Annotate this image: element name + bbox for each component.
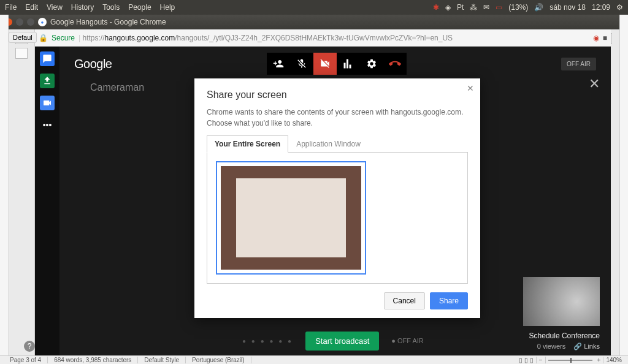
camera-icon[interactable]: ■ — [603, 34, 607, 42]
mute-mic-button[interactable] — [290, 53, 313, 75]
chat-icon[interactable] — [40, 51, 55, 66]
window-titlebar: ● Google Hangouts - Google Chrome — [0, 15, 628, 29]
menu-view[interactable]: View — [47, 3, 63, 12]
words-indicator: 684 words, 3,985 characters — [48, 357, 138, 363]
app-main: Google OFF AIR ✕ Cameraman ✕ Share your … — [59, 47, 611, 355]
chrome-icon: ● — [38, 18, 47, 26]
window-maximize-button[interactable] — [27, 18, 34, 26]
bluetooth-icon[interactable]: ⁂ — [470, 3, 477, 12]
zoom-level[interactable]: 140% — [603, 357, 624, 363]
zoom-out[interactable]: − — [537, 357, 546, 363]
dialog-tabs: Your Entire Screen Application Window — [207, 135, 468, 153]
writer-statusbar: Page 3 of 4 684 words, 3,985 characters … — [0, 355, 628, 364]
cameraman-label: Cameraman — [90, 82, 144, 93]
url-path: /hangouts/_/ytl/QJ3-Z24h_2FXQ6DS8tHMAEkT… — [175, 34, 453, 42]
cast-icon[interactable]: ◉ — [593, 34, 599, 42]
links-button[interactable]: 🔗 Links — [573, 343, 600, 351]
wifi-icon[interactable]: ◈ — [445, 3, 451, 12]
broadcast-info: Schedule Conference 0 viewers 🔗 Links — [529, 332, 600, 351]
writer-left-sidebar — [9, 29, 35, 355]
viewers-count: 0 viewers — [537, 343, 565, 350]
settings-gear-icon[interactable]: ⚙ — [616, 3, 623, 12]
url-domain: hangouts.google.com — [105, 34, 175, 42]
call-controls — [267, 53, 407, 75]
settings-button[interactable] — [360, 53, 383, 75]
date-text: sáb nov 18 — [550, 3, 586, 12]
lang-indicator[interactable]: Portuguese (Brazil) — [186, 357, 251, 363]
share-screen-dialog: ✕ Share your screen Chrome wants to shar… — [194, 78, 480, 318]
url-bar[interactable]: 🔒 Secure | https://hangouts.google.com/h… — [35, 29, 611, 47]
camera-control-icon[interactable] — [40, 96, 55, 110]
screen-thumbnail[interactable] — [216, 161, 366, 275]
lock-icon: 🔒 — [39, 34, 48, 42]
bug-icon[interactable]: ✱ — [433, 3, 439, 12]
url-prefix: https:// — [82, 34, 104, 42]
dots-indicator: ● ● ● ● ● ● — [242, 338, 293, 344]
menu-people[interactable]: People — [128, 3, 151, 12]
help-icon[interactable]: ? — [24, 341, 35, 352]
dialog-close-icon[interactable]: ✕ — [467, 83, 474, 93]
mail-icon[interactable]: ✉ — [483, 3, 489, 12]
cancel-button[interactable]: Cancel — [384, 292, 425, 309]
invite-button[interactable] — [267, 53, 290, 75]
page-indicator: Page 3 of 4 — [4, 357, 48, 363]
window-minimize-button[interactable] — [16, 18, 23, 26]
app-topbar: Google OFF AIR — [59, 47, 611, 81]
google-logo: Google — [74, 57, 112, 71]
window-title: Google Hangouts - Google Chrome — [50, 18, 166, 26]
menu-history[interactable]: History — [71, 3, 94, 12]
battery-icon[interactable]: ▭ — [496, 3, 502, 12]
zoom-in[interactable]: + — [595, 357, 604, 363]
camera-off-button[interactable] — [313, 53, 337, 75]
left-tab[interactable]: Defaul — [9, 32, 37, 43]
bandwidth-button[interactable] — [337, 53, 360, 75]
share-button[interactable]: Share — [430, 292, 468, 309]
menu-help[interactable]: Help — [160, 3, 175, 12]
self-preview[interactable] — [523, 277, 600, 326]
time-text: 12:09 — [592, 3, 610, 12]
menu-tools[interactable]: Tools — [102, 3, 120, 12]
volume-icon[interactable]: 🔊 — [534, 3, 543, 12]
page-thumb-icon[interactable] — [15, 48, 28, 59]
hangup-button[interactable] — [383, 53, 407, 75]
tab-application-window[interactable]: Application Window — [288, 135, 369, 153]
secure-label: Secure — [52, 34, 75, 42]
menu-edit[interactable]: Edit — [25, 3, 38, 12]
view-icons[interactable]: ▯ ▯ ▯ — [516, 357, 537, 363]
more-icon[interactable]: ••• — [40, 118, 55, 132]
offair-badge: OFF AIR — [561, 58, 596, 70]
right-dock — [619, 15, 628, 355]
offair-label: ● OFF AIR — [391, 337, 423, 344]
dialog-description: Chrome wants to share the contents of yo… — [207, 107, 468, 129]
dialog-title: Share your screen — [207, 89, 468, 100]
app-sidebar: ••• — [35, 47, 59, 355]
start-broadcast-button[interactable]: Start broadcast — [305, 332, 379, 351]
dialog-content — [207, 153, 468, 284]
close-panel-icon[interactable]: ✕ — [589, 76, 600, 92]
tab-entire-screen[interactable]: Your Entire Screen — [207, 135, 288, 153]
lang-indicator[interactable]: Pt — [457, 3, 464, 12]
schedule-conference-link[interactable]: Schedule Conference — [529, 332, 600, 340]
system-menubar: File Edit View History Tools People Help… — [0, 0, 628, 15]
hangouts-app: ••• Google OFF AIR ✕ Cameraman ✕ Share y… — [35, 47, 611, 355]
battery-percent: (13%) — [508, 3, 528, 12]
style-indicator[interactable]: Default Style — [138, 357, 186, 363]
menu-file[interactable]: File — [5, 3, 17, 12]
left-dock — [0, 15, 9, 355]
screenshare-icon[interactable] — [40, 74, 55, 88]
bottom-bar: ● ● ● ● ● ● Start broadcast ● OFF AIR Sc… — [59, 326, 611, 355]
